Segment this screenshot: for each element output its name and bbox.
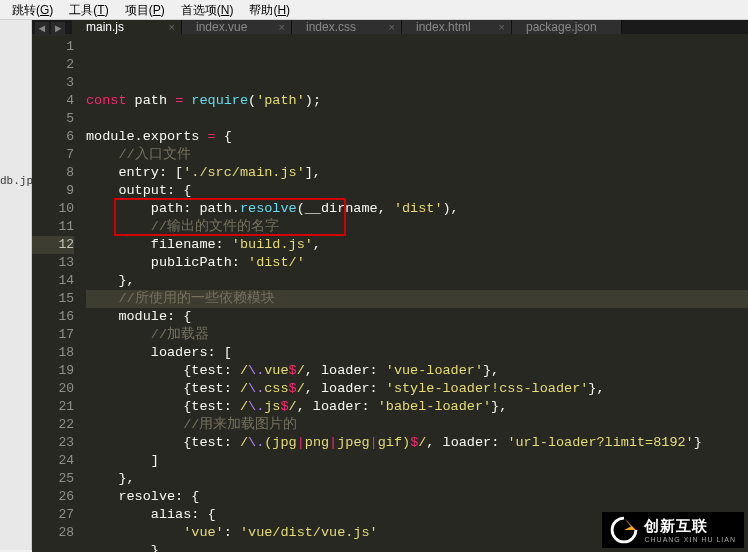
line-number: 15 (32, 290, 74, 308)
tab-label: index.html (416, 20, 471, 34)
code-line[interactable]: }, (86, 470, 748, 488)
close-icon[interactable]: × (169, 21, 175, 33)
line-number: 1 (32, 38, 74, 56)
code-line[interactable]: module.exports = { (86, 128, 748, 146)
line-number: 3 (32, 74, 74, 92)
logo-icon (610, 516, 638, 544)
line-number: 26 (32, 488, 74, 506)
code-content[interactable]: const path = require('path');module.expo… (86, 34, 748, 552)
menu-p[interactable]: 项目(P) (117, 0, 173, 19)
code-line[interactable]: //用来加载图片的 (86, 416, 748, 434)
code-line[interactable]: loaders: [ (86, 344, 748, 362)
tab-index-css[interactable]: index.css× (292, 20, 402, 34)
code-line[interactable]: }, (86, 272, 748, 290)
line-number: 14 (32, 272, 74, 290)
line-number: 4 (32, 92, 74, 110)
line-number: 13 (32, 254, 74, 272)
code-line[interactable]: ] (86, 452, 748, 470)
line-number: 23 (32, 434, 74, 452)
code-line[interactable]: {test: /\.(jpg|png|jpeg|gif)$/, loader: … (86, 434, 748, 452)
line-number: 8 (32, 164, 74, 182)
code-line[interactable]: publicPath: 'dist/' (86, 254, 748, 272)
code-line[interactable]: {test: /\.vue$/, loader: 'vue-loader'}, (86, 362, 748, 380)
code-line[interactable]: entry: ['./src/main.js'], (86, 164, 748, 182)
code-line[interactable]: filename: 'build.js', (86, 236, 748, 254)
code-line[interactable]: resolve: { (86, 488, 748, 506)
line-number: 24 (32, 452, 74, 470)
close-icon[interactable]: × (499, 21, 505, 33)
logo-text-sub: CHUANG XIN HU LIAN (644, 536, 736, 543)
line-number: 18 (32, 344, 74, 362)
line-number: 7 (32, 146, 74, 164)
tab-package-json[interactable]: package.json (512, 20, 622, 34)
line-number: 12 (32, 236, 74, 254)
code-line[interactable]: module: { (86, 308, 748, 326)
gutter: 1234567891011121314151617181920212223242… (32, 34, 86, 552)
tab-label: main.js (86, 20, 124, 34)
brand-logo: 创新互联 CHUANG XIN HU LIAN (602, 512, 744, 548)
code-line[interactable]: //输出的文件的名字 (86, 218, 748, 236)
line-number: 9 (32, 182, 74, 200)
code-line[interactable]: //所使用的一些依赖模块 (86, 290, 748, 308)
editor-container: db.jpg ◄ ► main.js×index.vue×index.css×i… (0, 20, 748, 550)
line-number: 17 (32, 326, 74, 344)
menu-g[interactable]: 跳转(G) (4, 0, 61, 19)
tab-main-js[interactable]: main.js× (72, 20, 182, 34)
line-number: 5 (32, 110, 74, 128)
menu-n[interactable]: 首选项(N) (173, 0, 242, 19)
code-line[interactable]: //加载器 (86, 326, 748, 344)
line-number: 28 (32, 524, 74, 542)
sidebar-panel: db.jpg (0, 20, 32, 550)
line-number: 22 (32, 416, 74, 434)
line-number: 27 (32, 506, 74, 524)
code-line[interactable]: const path = require('path'); (86, 92, 748, 110)
menu-h[interactable]: 帮助(H) (241, 0, 298, 19)
close-icon[interactable]: × (279, 21, 285, 33)
line-number: 11 (32, 218, 74, 236)
code-line[interactable]: output: { (86, 182, 748, 200)
close-icon[interactable]: × (389, 21, 395, 33)
line-number: 19 (32, 362, 74, 380)
tab-label: package.json (526, 20, 597, 34)
menu-t[interactable]: 工具(T) (61, 0, 116, 19)
editor-main: ◄ ► main.js×index.vue×index.css×index.ht… (32, 20, 748, 550)
code-line[interactable]: {test: /\.css$/, loader: 'style-loader!c… (86, 380, 748, 398)
line-number: 16 (32, 308, 74, 326)
line-number: 20 (32, 380, 74, 398)
tab-index-vue[interactable]: index.vue× (182, 20, 292, 34)
code-line[interactable]: //入口文件 (86, 146, 748, 164)
tab-index-html[interactable]: index.html× (402, 20, 512, 34)
code-line[interactable]: path: path.resolve(__dirname, 'dist'), (86, 200, 748, 218)
tab-label: index.vue (196, 20, 247, 34)
tab-label: index.css (306, 20, 356, 34)
nav-back-icon[interactable]: ◄ (35, 22, 49, 36)
code-line[interactable]: {test: /\.js$/, loader: 'babel-loader'}, (86, 398, 748, 416)
line-number: 6 (32, 128, 74, 146)
line-number: 21 (32, 398, 74, 416)
code-area[interactable]: 1234567891011121314151617181920212223242… (32, 34, 748, 552)
tabs-bar: main.js×index.vue×index.css×index.html×p… (32, 20, 748, 34)
line-number: 10 (32, 200, 74, 218)
nav-forward-icon[interactable]: ► (51, 22, 65, 36)
logo-text-main: 创新互联 (644, 517, 736, 536)
menubar: 跳转(G)工具(T)项目(P)首选项(N)帮助(H) (0, 0, 748, 20)
code-line[interactable] (86, 110, 748, 128)
line-number: 2 (32, 56, 74, 74)
line-number: 25 (32, 470, 74, 488)
